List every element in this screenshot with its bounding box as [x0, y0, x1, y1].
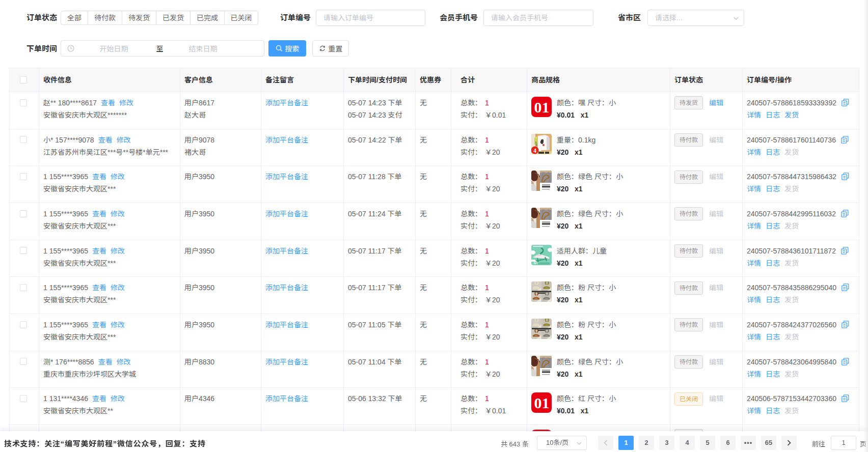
svg-text:01: 01: [534, 394, 550, 411]
svg-text:4: 4: [533, 147, 536, 154]
svg-text:01: 01: [534, 99, 550, 116]
